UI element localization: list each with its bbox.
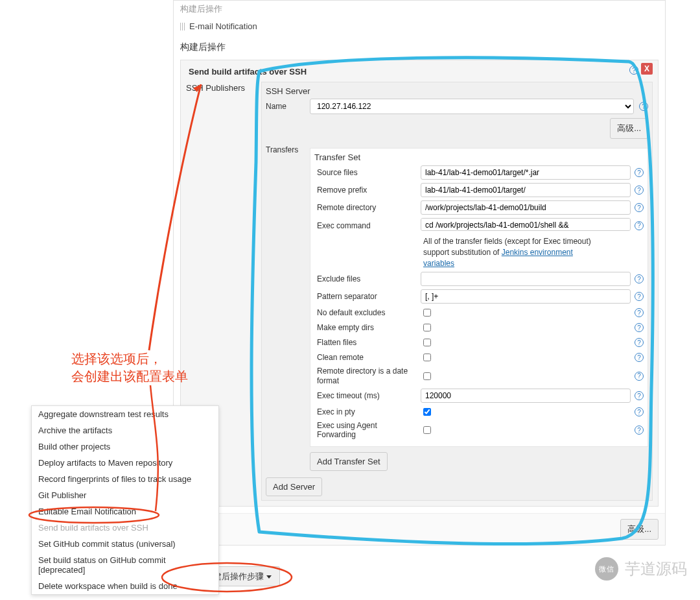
server-name-select[interactable]: 120.27.146.122 — [310, 99, 634, 114]
clean-remote-label: Clean remote — [314, 353, 417, 362]
exec-timeout-input[interactable] — [421, 389, 631, 403]
help-icon[interactable]: ? — [635, 221, 644, 230]
pattern-separator-label: Pattern separator — [314, 292, 417, 301]
remote-date-format-checkbox[interactable] — [423, 372, 431, 380]
dropdown-item[interactable]: Aggregate downstream test results — [32, 406, 218, 422]
remote-dir-input[interactable] — [421, 200, 631, 215]
transfers-label: Transfers — [266, 145, 305, 154]
flatten-files-label: Flatten files — [314, 338, 417, 347]
dropdown-item[interactable]: Set GitHub commit status (universal) — [32, 536, 218, 552]
add-server-button[interactable]: Add Server — [266, 477, 322, 496]
pattern-separator-input[interactable] — [421, 289, 631, 304]
ssh-publish-block: X Send build artifacts over SSH ? SSH Pu… — [180, 60, 659, 507]
drag-handle-icon[interactable] — [180, 23, 185, 30]
help-icon[interactable]: ? — [635, 168, 644, 177]
ssh-server-title: SSH Server — [266, 86, 648, 96]
outer-advanced-button[interactable]: 高级... — [620, 519, 659, 540]
remote-dir-label: Remote directory — [314, 203, 417, 212]
exec-pty-label: Exec in pty — [314, 407, 417, 416]
help-icon[interactable]: ? — [635, 372, 644, 381]
help-icon[interactable]: ? — [635, 323, 644, 332]
help-icon[interactable]: ? — [635, 353, 644, 362]
help-icon[interactable]: ? — [635, 186, 644, 195]
help-icon[interactable]: ? — [635, 391, 644, 400]
make-empty-dirs-checkbox[interactable] — [423, 324, 431, 331]
watermark-text: 芋道源码 — [625, 558, 687, 579]
exclude-files-label: Exclude files — [314, 274, 417, 283]
dropdown-item[interactable]: Set build status on GitHub commit [depre… — [32, 552, 218, 578]
flatten-files-checkbox[interactable] — [423, 339, 431, 346]
chevron-down-icon — [266, 575, 272, 579]
help-icon[interactable]: ? — [635, 407, 644, 416]
add-transfer-set-button[interactable]: Add Transfer Set — [310, 452, 388, 471]
exec-pty-checkbox[interactable] — [423, 408, 431, 416]
email-notification-row: E-mail Notification — [174, 18, 665, 35]
watermark: 微信 芋道源码 — [595, 557, 687, 581]
exec-timeout-label: Exec timeout (ms) — [314, 391, 417, 400]
dropdown-item[interactable]: Deploy artifacts to Maven repository — [32, 455, 218, 471]
help-icon[interactable]: ? — [635, 203, 644, 212]
block-title: Send build artifacts over SSH — [186, 66, 653, 78]
exec-agent-fwd-label: Exec using Agent Forwarding — [314, 421, 417, 439]
help-icon[interactable]: ? — [629, 66, 638, 75]
remove-prefix-input[interactable] — [421, 183, 631, 197]
help-icon[interactable]: ? — [635, 274, 644, 283]
dropdown-item[interactable]: Git Publisher — [32, 487, 218, 503]
exec-cmd-input[interactable]: cd /work/projects/lab-41-demo01/shell && — [421, 218, 631, 231]
server-advanced-button[interactable]: 高级... — [610, 118, 648, 139]
help-icon[interactable]: ? — [635, 426, 644, 435]
section-title: 构建后操作 — [174, 35, 665, 60]
substitution-note: All of the transfer fields (except for E… — [423, 236, 592, 269]
post-build-step-dropdown: Aggregate downstream test resultsArchive… — [31, 405, 219, 595]
email-notification-label: E-mail Notification — [189, 21, 257, 31]
close-icon[interactable]: X — [641, 63, 653, 75]
no-default-excludes-label: No default excludes — [314, 308, 417, 317]
dropdown-item[interactable]: Archive the artifacts — [32, 422, 218, 438]
server-name-label: Name — [266, 102, 305, 111]
dropdown-item[interactable]: Delete workspace when build is done — [32, 578, 218, 594]
dropdown-item[interactable]: Build other projects — [32, 438, 218, 455]
remove-prefix-label: Remove prefix — [314, 186, 417, 195]
ssh-publishers-label: SSH Publishers — [186, 82, 257, 93]
help-icon[interactable]: ? — [635, 338, 644, 347]
transfer-set-title: Transfer Set — [314, 152, 644, 162]
make-empty-dirs-label: Make empty dirs — [314, 323, 417, 332]
exclude-files-input[interactable] — [421, 272, 631, 286]
post-build-actions-panel: 构建后操作 E-mail Notification 构建后操作 X Send b… — [173, 0, 666, 546]
transfer-set-box: Transfer Set Source files ? Remove prefi… — [310, 148, 648, 447]
annotation-text: 选择该选项后， 会创建出该配置表单 — [71, 350, 188, 385]
help-icon[interactable]: ? — [635, 308, 644, 317]
exec-agent-fwd-checkbox[interactable] — [423, 426, 431, 434]
publisher-content: SSH Server Name 120.27.146.122 ? 高级... T… — [261, 82, 653, 501]
muted-tab-label: 构建后操作 — [174, 1, 665, 18]
help-icon[interactable]: ? — [639, 102, 648, 111]
clean-remote-checkbox[interactable] — [423, 354, 431, 361]
dropdown-item[interactable]: Editable Email Notification — [32, 503, 218, 520]
no-default-excludes-checkbox[interactable] — [423, 309, 431, 317]
remote-date-format-label: Remote directory is a date format — [314, 366, 417, 385]
exec-cmd-label: Exec command — [314, 221, 417, 230]
source-files-label: Source files — [314, 168, 417, 177]
wechat-icon: 微信 — [595, 557, 618, 581]
dropdown-item: Send build artifacts over SSH — [32, 520, 218, 536]
dropdown-item[interactable]: Record fingerprints of files to track us… — [32, 471, 218, 487]
help-icon[interactable]: ? — [635, 292, 644, 301]
source-files-input[interactable] — [421, 165, 631, 180]
outer-advanced-row: 高级... — [174, 513, 665, 545]
